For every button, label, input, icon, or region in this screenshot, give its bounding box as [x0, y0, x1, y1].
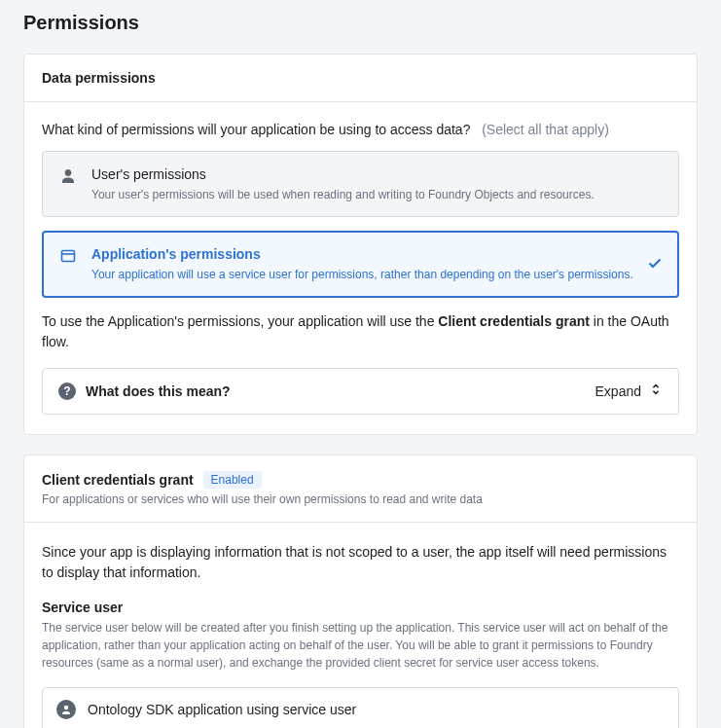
- service-user-name: Ontology SDK application using service u…: [88, 702, 356, 717]
- what-does-this-mean-label: What does this mean?: [86, 383, 231, 399]
- service-user-heading: Service user: [42, 600, 679, 615]
- data-permissions-header: Data permissions: [24, 55, 697, 102]
- permissions-question-text: What kind of permissions will your appli…: [42, 122, 470, 137]
- client-credentials-card: Client credentials grant Enabled For app…: [23, 455, 698, 728]
- enabled-badge: Enabled: [203, 471, 262, 489]
- help-icon: ?: [58, 382, 76, 400]
- note-prefix: To use the Application's permissions, yo…: [42, 313, 438, 329]
- service-user-icon: [56, 700, 76, 719]
- svg-rect-0: [62, 251, 75, 262]
- service-user-desc: The service user below will be created a…: [42, 619, 679, 672]
- permissions-question-hint: (Select all that apply): [482, 122, 609, 137]
- application-icon: [58, 246, 78, 266]
- client-credentials-note: To use the Application's permissions, yo…: [42, 311, 679, 352]
- client-credentials-subtitle: For applications or services who will us…: [42, 492, 679, 506]
- user-icon: [58, 166, 78, 186]
- client-credentials-title: Client credentials grant: [42, 472, 194, 488]
- note-bold: Client credentials grant: [438, 313, 590, 329]
- client-credentials-body: Since your app is displaying information…: [42, 542, 679, 584]
- option-users-permissions[interactable]: User's permissions Your user's permissio…: [42, 151, 679, 217]
- option-applications-permissions-title: Application's permissions: [91, 245, 633, 265]
- check-icon: [647, 255, 663, 273]
- option-applications-permissions[interactable]: Application's permissions Your applicati…: [42, 231, 679, 297]
- expand-label: Expand: [595, 383, 641, 399]
- option-users-permissions-title: User's permissions: [91, 165, 663, 185]
- expand-collapse-icon: [649, 382, 663, 399]
- page-title: Permissions: [23, 12, 698, 34]
- permissions-question: What kind of permissions will your appli…: [42, 122, 679, 137]
- option-users-permissions-desc: Your user's permissions will be used whe…: [91, 187, 663, 203]
- what-does-this-mean-expander[interactable]: ? What does this mean? Expand: [42, 368, 679, 415]
- data-permissions-card: Data permissions What kind of permission…: [23, 54, 698, 435]
- service-user-row: Ontology SDK application using service u…: [42, 687, 679, 728]
- option-applications-permissions-desc: Your application will use a service user…: [91, 267, 633, 283]
- svg-point-2: [64, 706, 69, 710]
